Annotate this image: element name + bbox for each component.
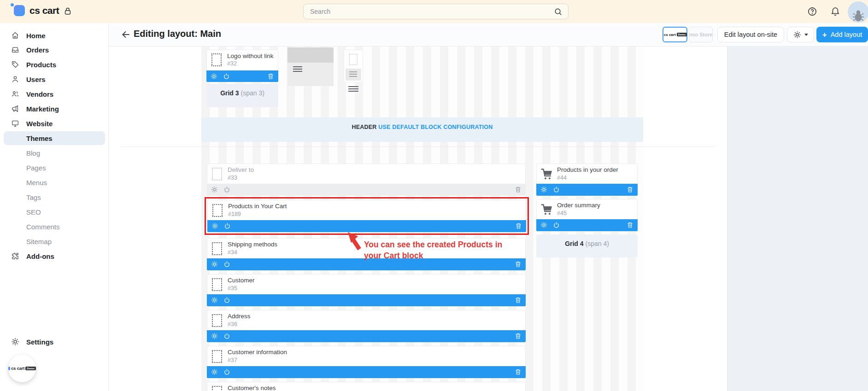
search-input[interactable] <box>310 8 554 15</box>
layout-block-products-in-your-order[interactable]: Products in your order #44 <box>536 163 638 196</box>
block-disable-icon[interactable] <box>223 73 230 80</box>
sidebar-item-themes[interactable]: Themes <box>0 131 109 145</box>
user-icon <box>11 75 19 83</box>
block-delete-icon[interactable] <box>515 261 522 268</box>
sidebar-item-sitemap[interactable]: Sitemap <box>0 234 109 248</box>
sidebar-item-vendors[interactable]: Vendors <box>0 87 109 101</box>
sidebar-item-orders[interactable]: Orders <box>0 43 109 57</box>
sidebar-item-home[interactable]: Home <box>0 29 109 42</box>
sidebar-nav: Home Orders Products Users Vendors Marke… <box>0 23 109 391</box>
app-logo[interactable]: cs cart <box>14 5 59 16</box>
block-delete-icon[interactable] <box>627 222 633 228</box>
page-header: Editing layout: Main cs cart Demo Demo S… <box>109 23 868 47</box>
block-settings-icon[interactable] <box>211 368 218 375</box>
sidebar-item-blog[interactable]: Blog <box>0 146 109 160</box>
sidebar-item-seo[interactable]: SEO <box>0 205 109 219</box>
block-settings-icon[interactable] <box>211 73 217 80</box>
layout-settings-dropdown[interactable] <box>787 27 814 42</box>
settings-gear-icon <box>11 338 19 346</box>
user-avatar[interactable] <box>848 1 868 23</box>
sidebar-item-menus[interactable]: Menus <box>0 175 109 189</box>
block-delete-icon[interactable] <box>515 222 522 229</box>
block-delete-icon[interactable] <box>515 368 522 375</box>
cart-icon <box>540 203 553 216</box>
sidebar-item-addons[interactable]: Add-ons <box>0 249 109 263</box>
block-settings-icon[interactable] <box>211 222 218 229</box>
grid-3-cell[interactable]: Grid 3 (span 3) <box>206 84 278 107</box>
sidebar-item-users[interactable]: Users <box>0 72 109 86</box>
layout-block-customer[interactable]: Customer #35 <box>207 274 526 306</box>
block-delete-icon[interactable] <box>627 186 633 193</box>
sidebar-item-website[interactable]: Website <box>0 117 109 130</box>
block-disable-icon[interactable] <box>223 368 230 375</box>
use-default-configuration-link[interactable]: USE DEFAULT BLOCK CONFIGURATION <box>378 124 493 130</box>
block-settings-icon[interactable] <box>540 222 547 228</box>
sidebar-item-pages[interactable]: Pages <box>0 161 109 175</box>
block-disable-icon[interactable] <box>553 186 560 193</box>
drag-handle-icon <box>293 66 302 72</box>
back-arrow-icon[interactable] <box>121 29 131 40</box>
block-id: #32 <box>227 60 237 67</box>
layout-block-order-summary[interactable]: Order summary #45 <box>536 199 638 231</box>
block-placeholder-icon <box>212 204 223 217</box>
notifications-bell-icon[interactable] <box>830 6 840 17</box>
add-layout-button[interactable]: + Add layout <box>816 27 868 42</box>
storefront-selector-active[interactable]: cs cart Demo <box>663 27 687 42</box>
block-placeholder-icon <box>212 242 222 255</box>
block-settings-icon[interactable] <box>211 333 218 339</box>
layout-block-logo-without-link[interactable]: Logo without link #32 <box>206 50 278 82</box>
monitor-icon <box>11 119 19 128</box>
layout-block-products-in-your-cart[interactable]: Products in Your Cart #189 <box>207 200 526 232</box>
block-title: Logo without link <box>227 53 274 59</box>
topbar: cs cart <box>0 0 868 23</box>
help-icon[interactable] <box>807 6 817 17</box>
layout-editor-canvas: Logo without link #32 Grid 3 (span 3) HE… <box>109 47 727 391</box>
block-disable-icon[interactable] <box>223 333 230 339</box>
layout-block-address[interactable]: Address #36 <box>207 310 526 342</box>
chevron-down-icon <box>804 34 808 36</box>
block-disable-icon[interactable] <box>223 297 230 303</box>
megaphone-icon <box>11 105 19 113</box>
block-placeholder-icon <box>212 350 222 363</box>
block-disable-icon[interactable] <box>553 222 560 228</box>
sidebar-item-comments[interactable]: Comments <box>0 220 109 233</box>
annotation-arrow-icon <box>346 232 365 251</box>
block-delete-icon[interactable] <box>267 73 274 80</box>
sidebar-item-settings[interactable]: Settings <box>0 335 109 349</box>
drag-handle-icon <box>348 86 358 93</box>
block-delete-icon[interactable] <box>515 333 522 339</box>
layout-block-customers-notes[interactable]: Customer's notes <box>207 382 526 391</box>
block-settings-icon[interactable] <box>211 261 218 268</box>
block-placeholder-icon <box>212 278 222 291</box>
collapsed-grid-block[interactable] <box>287 47 334 86</box>
page-title: Editing layout: Main <box>134 29 221 39</box>
header-section-label: HEADER <box>352 124 377 130</box>
layout-block-deliver-to[interactable]: Deliver to #33 <box>207 163 526 196</box>
vendors-icon <box>11 90 19 98</box>
block-settings-icon[interactable] <box>211 186 218 193</box>
section-divider <box>121 146 716 147</box>
search-icon[interactable] <box>554 7 563 16</box>
annotation-text: You can see the created Products in your… <box>364 239 557 261</box>
block-placeholder-icon <box>212 314 222 327</box>
block-settings-icon[interactable] <box>540 186 547 193</box>
lock-icon[interactable] <box>63 6 72 16</box>
block-delete-icon[interactable] <box>515 297 522 303</box>
edit-layout-onsite-button[interactable]: Edit layout on-site <box>717 27 784 42</box>
block-disable-icon[interactable] <box>224 222 231 229</box>
store-badge[interactable]: cs cart Demo <box>8 355 36 382</box>
storefront-selector-inactive[interactable]: Demo Store <box>689 27 713 42</box>
sidebar-item-products[interactable]: Products <box>0 58 109 71</box>
block-delete-icon[interactable] <box>515 186 522 193</box>
sidebar-item-tags[interactable]: Tags <box>0 190 109 204</box>
logo-icon <box>14 5 25 16</box>
layout-block-customer-information[interactable]: Customer information #37 <box>207 346 526 378</box>
canvas-right-margin <box>727 47 868 391</box>
block-settings-icon[interactable] <box>211 297 218 303</box>
bug-mascot-icon <box>851 8 865 22</box>
block-enable-icon[interactable] <box>223 186 230 193</box>
sidebar-item-marketing[interactable]: Marketing <box>0 102 109 116</box>
badge-logo-icon <box>8 367 10 370</box>
narrow-grid-block[interactable] <box>344 50 363 82</box>
block-disable-icon[interactable] <box>223 261 230 268</box>
